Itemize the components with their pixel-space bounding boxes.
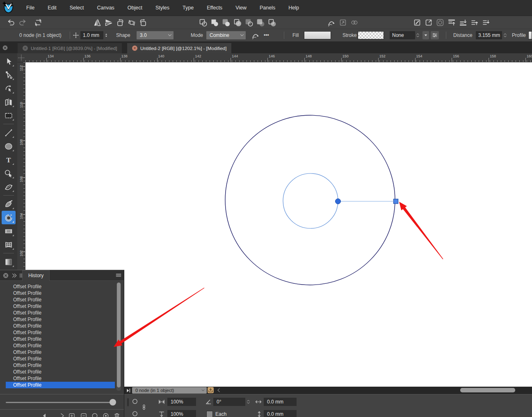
close-circle-icon[interactable] [2,272,9,279]
rotate-tool[interactable] [2,82,16,95]
history-item[interactable]: Offset Profile [6,329,115,336]
mesh-tool[interactable] [2,238,16,251]
circle-icon[interactable] [131,410,139,417]
text-tool[interactable]: T [2,153,16,166]
history-tab[interactable]: History [22,270,50,281]
menu-item-type[interactable]: Type [176,0,200,16]
arrange-back-icon[interactable] [459,18,468,27]
history-item[interactable]: Offset Profile [6,290,115,296]
bool-xor-icon[interactable] [244,18,253,27]
undo-icon[interactable] [7,18,16,27]
history-item[interactable]: Offset Profile [6,355,115,362]
more-options-button[interactable]: ••• [264,29,269,41]
stroke-swatch[interactable] [358,31,384,39]
step-forward-icon[interactable] [58,412,66,417]
arrange-front-icon[interactable] [447,18,456,27]
offset-tool[interactable] [2,211,16,224]
menu-item-select[interactable]: Select [63,0,91,16]
history-item[interactable]: Offset Profile [6,375,115,382]
stroke-width-field[interactable]: 1.0 mm [80,31,103,39]
edit-icon[interactable] [413,18,422,27]
stepper-icon[interactable] [104,31,109,39]
history-item[interactable]: Offset Profile [6,369,115,375]
menu-item-panels[interactable]: Panels [253,0,282,16]
cycle-icon[interactable] [34,18,43,27]
mirror-tool[interactable] [2,95,16,109]
flip-vertical-icon[interactable] [104,18,113,27]
curve-icon[interactable] [251,31,260,40]
dropdown-button-icon[interactable] [422,31,429,39]
horizontal-scrollbar-thumb[interactable] [460,388,515,392]
chain-icon[interactable] [141,403,147,412]
menu-item-file[interactable]: File [20,0,41,16]
fill-swatch[interactable] [304,31,331,39]
outline-icon[interactable] [436,18,445,27]
distance-field[interactable]: 3.155 mm [476,31,502,39]
bool-intersect-icon[interactable] [233,18,242,27]
history-item[interactable]: Offset Profile [6,296,115,303]
close-all-tabs-icon[interactable] [2,45,8,51]
redo-icon[interactable] [18,18,27,27]
menu-item-view[interactable]: View [229,0,253,16]
menu-item-help[interactable]: Help [282,0,306,16]
arrange-down-icon[interactable] [482,18,491,27]
rotate-ccw-icon[interactable] [116,18,125,27]
offset-y-field[interactable]: 0.0 mm [264,410,297,417]
stroke-type-dropdown[interactable]: None [390,31,415,39]
menu-icon[interactable] [115,272,122,279]
select-tool[interactable] [2,55,16,68]
document-tab-1[interactable]: ×Untitled-1 [RGB] [@3839.0%] - [Modified… [18,43,122,53]
curve-icon[interactable] [327,18,336,27]
bool-union-icon[interactable] [210,18,219,27]
step-back-icon[interactable] [41,412,48,417]
pattern-tool[interactable] [2,224,16,238]
history-item[interactable]: Offset Profile [6,349,115,355]
circle-icon[interactable] [131,398,139,405]
brush-tool[interactable] [2,197,16,211]
marquee-tool[interactable] [2,109,16,122]
export-icon[interactable] [424,18,433,27]
updown-icon[interactable] [502,31,508,39]
bool-subtract-icon[interactable] [221,18,231,27]
shape-select-tool[interactable] [2,166,16,180]
gradient-tool[interactable] [2,255,16,269]
updown-icon[interactable] [246,398,251,406]
history-item[interactable]: Offset Profile [6,362,115,369]
rotate-object-icon[interactable] [127,18,136,27]
close-icon[interactable]: × [132,46,137,51]
scale-x-field[interactable]: 100% [167,398,196,406]
node-tool[interactable] [2,68,16,82]
history-item[interactable]: Offset Profile [6,283,115,290]
history-slider-knob[interactable] [110,399,116,406]
close-icon[interactable]: × [23,46,28,51]
history-item[interactable]: Offset Profile [6,316,115,323]
offset-x-field[interactable]: 0.0 mm [264,398,297,406]
bool-merge-icon[interactable] [267,18,276,27]
bool-trim-icon[interactable] [256,18,265,27]
crop-icon[interactable] [338,18,347,27]
snapshot-icon[interactable] [91,412,98,417]
panel-grip[interactable] [127,398,129,406]
history-item[interactable]: Offset Profile [6,303,115,310]
mode-dropdown[interactable]: Combine [206,31,246,39]
checkpoint2-icon[interactable] [80,412,87,417]
link-icon[interactable] [350,18,359,27]
history-item[interactable]: Offset Profile [6,342,115,349]
each-dropdown[interactable]: Each [215,410,226,417]
app-logo-icon[interactable] [2,1,15,14]
each-color-swatch[interactable] [206,411,213,417]
history-item[interactable]: Offset Profile [6,323,115,329]
menu-item-object[interactable]: Object [121,0,149,16]
snapshot2-icon[interactable] [102,412,110,417]
selection-dropdown[interactable]: 0 node (in 1 object) [132,387,207,394]
checkpoint-icon[interactable] [68,412,75,417]
stroke-options-button[interactable] [431,31,439,39]
arrange-up-icon[interactable] [470,18,479,27]
menu-item-canvas[interactable]: Canvas [90,0,121,16]
menu-item-styles[interactable]: Styles [149,0,176,16]
line-tool[interactable] [2,126,16,139]
scale-y-field[interactable]: 100% [167,410,196,417]
history-scrollbar-thumb[interactable] [117,283,121,387]
updown-icon[interactable] [415,31,420,39]
menu-item-effects[interactable]: Effects [200,0,229,16]
